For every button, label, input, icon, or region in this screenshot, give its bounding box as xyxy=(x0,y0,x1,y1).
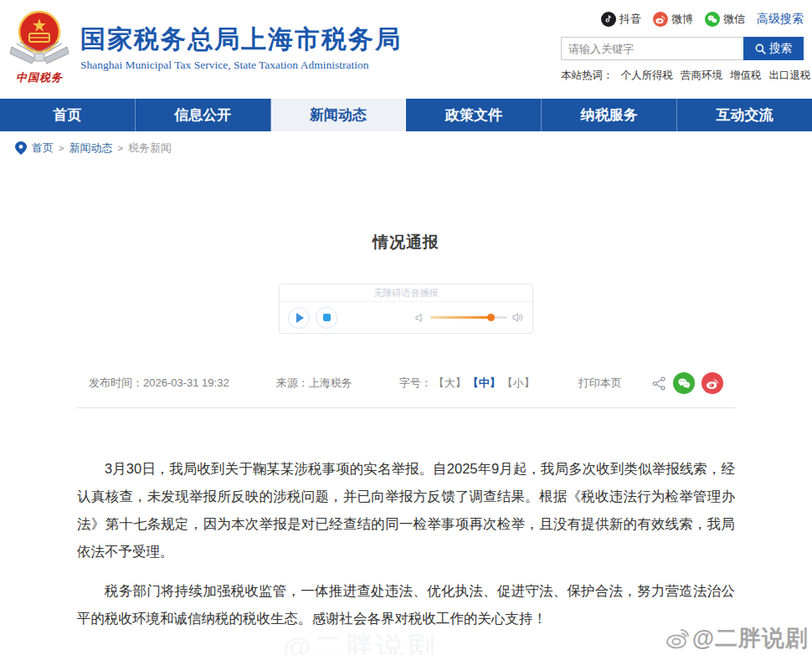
font-size-large[interactable]: 【大】 xyxy=(434,376,466,391)
advanced-search-link[interactable]: 高级搜索 xyxy=(757,12,804,27)
breadcrumb: 首页 > 新闻动态 > 税务新闻 xyxy=(0,131,812,165)
print-page-link[interactable]: 打印本页 xyxy=(578,376,622,391)
hot-word-link[interactable]: 增值税 xyxy=(730,69,762,83)
social-row: 抖音 微博 微信 高级搜索 xyxy=(561,12,804,27)
weibo-link[interactable]: 微博 xyxy=(653,12,693,27)
nav-item-interaction[interactable]: 互动交流 xyxy=(677,99,812,131)
audio-player-controls xyxy=(280,302,532,333)
breadcrumb-separator: > xyxy=(59,143,64,153)
publish-time: 发布时间：2026-03-31 19:32 xyxy=(89,376,229,391)
main-nav: 首页 信息公开 新闻动态 政策文件 纳税服务 互动交流 xyxy=(0,99,812,131)
search-icon xyxy=(755,43,766,54)
article-paragraph: 3月30日，我局收到关于鞠某某涉税事项的实名举报。自2025年9月起，我局多次收… xyxy=(77,455,735,565)
nav-item-policy[interactable]: 政策文件 xyxy=(406,99,542,131)
nav-item-info-disclosure[interactable]: 信息公开 xyxy=(136,99,271,131)
weibo-icon xyxy=(653,12,668,27)
share-wechat-icon[interactable] xyxy=(673,372,695,394)
breadcrumb-news[interactable]: 新闻动态 xyxy=(69,141,112,156)
article-meta: 发布时间：2026-03-31 19:32 来源：上海税务 字号： 【大】 【中… xyxy=(77,372,735,408)
stop-icon xyxy=(323,314,331,321)
volume-thumb[interactable] xyxy=(487,314,495,321)
volume-fill xyxy=(430,316,491,319)
nav-item-home[interactable]: 首页 xyxy=(0,99,136,131)
play-icon xyxy=(296,313,304,323)
site-titles: 国家税务总局上海市税务局 Shanghai Municipal Tax Serv… xyxy=(80,25,402,72)
font-size-small[interactable]: 【小】 xyxy=(502,376,535,391)
wechat-icon xyxy=(705,12,720,27)
audio-player: 无障碍语音播报 xyxy=(279,284,533,334)
article-source: 来源：上海税务 xyxy=(276,376,352,391)
breadcrumb-home[interactable]: 首页 xyxy=(32,141,54,156)
volume-low-icon xyxy=(415,313,425,323)
douyin-link[interactable]: 抖音 xyxy=(601,12,641,27)
share-icon[interactable] xyxy=(652,376,666,391)
site-header: 中国税务 国家税务总局上海市税务局 Shanghai Municipal Tax… xyxy=(0,0,812,99)
wechat-label: 微信 xyxy=(723,12,745,27)
page: 中国税务 国家税务总局上海市税务局 Shanghai Municipal Tax… xyxy=(0,0,812,655)
nav-item-tax-service[interactable]: 纳税服务 xyxy=(542,99,677,131)
font-size-switcher: 字号： 【大】 【中】 【小】 xyxy=(399,376,535,391)
nav-item-news[interactable]: 新闻动态 xyxy=(271,99,407,131)
volume-slider[interactable] xyxy=(430,316,507,319)
hot-words: 本站热词： 个人所得税 营商环境 增值税 出口退税 xyxy=(561,69,804,83)
font-size-medium[interactable]: 【中】 xyxy=(468,376,501,391)
volume-high-icon xyxy=(512,312,524,323)
douyin-label: 抖音 xyxy=(619,12,641,27)
stop-button[interactable] xyxy=(316,307,337,329)
hot-word-link[interactable]: 营商环境 xyxy=(681,69,722,83)
weibo-label: 微博 xyxy=(671,12,693,27)
audio-player-caption: 无障碍语音播报 xyxy=(280,284,532,302)
hot-words-label: 本站热词： xyxy=(561,69,614,83)
hot-word-link[interactable]: 出口退税 xyxy=(769,69,811,83)
hot-word-link[interactable]: 个人所得税 xyxy=(621,69,674,83)
share-weibo-icon[interactable] xyxy=(702,372,723,394)
article: 情况通报 无障碍语音播报 xyxy=(0,232,812,655)
article-paragraph: 税务部门将持续加强税收监管，一体推进查处违法、优化执法、促进守法、保护合法，努力… xyxy=(77,577,735,632)
search-button-label: 搜索 xyxy=(769,41,792,56)
douyin-icon xyxy=(601,12,616,27)
play-button[interactable] xyxy=(288,307,310,329)
share-group xyxy=(652,372,723,394)
breadcrumb-separator: > xyxy=(117,143,122,153)
search-bar: 搜索 xyxy=(561,37,804,60)
location-pin-icon xyxy=(15,141,27,155)
search-input[interactable] xyxy=(561,37,743,60)
wechat-link[interactable]: 微信 xyxy=(705,12,745,27)
article-title: 情况通报 xyxy=(77,232,735,253)
tax-emblem-icon xyxy=(7,10,72,72)
site-logo: 中国税务 xyxy=(7,10,72,85)
header-right: 抖音 微博 微信 高级搜索 xyxy=(561,12,804,83)
search-button[interactable]: 搜索 xyxy=(743,37,804,60)
breadcrumb-current: 税务新闻 xyxy=(128,141,172,156)
site-subtitle: Shanghai Municipal Tax Service, State Ta… xyxy=(80,59,402,72)
site-title: 国家税务总局上海市税务局 xyxy=(80,25,402,53)
volume-control xyxy=(415,312,524,323)
logo-caption: 中国税务 xyxy=(7,70,72,85)
font-size-label: 字号： xyxy=(399,376,432,391)
